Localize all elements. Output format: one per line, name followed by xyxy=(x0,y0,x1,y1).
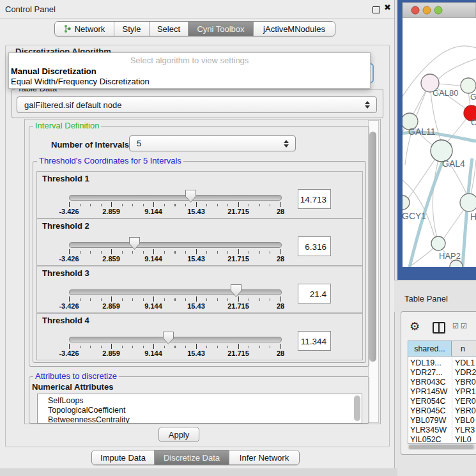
label-gal80: GAL80 xyxy=(433,88,458,98)
split-columns-icon[interactable] xyxy=(433,322,445,334)
menu-item-equal-width-frequency[interactable]: Equal Width/Frequency Discretization xyxy=(11,77,150,86)
table-cell[interactable]: YLR3 xyxy=(455,426,475,435)
column-header-name[interactable]: n xyxy=(452,341,476,357)
scale-label: 21.715 xyxy=(227,349,249,357)
threshold-2-slider-track[interactable] xyxy=(69,242,282,248)
attributes-group-label: Attributes to discretize xyxy=(33,372,119,380)
window-bottom-margin xyxy=(0,468,397,476)
threshold-4-slider-track[interactable] xyxy=(69,337,282,342)
threshold-3-value-field[interactable]: 21.4 xyxy=(298,284,331,303)
tab-network-label: Network xyxy=(75,24,105,34)
close-icon[interactable]: ✖ xyxy=(384,3,391,12)
table-data-combobox[interactable]: galFiltered.sif default node xyxy=(17,96,377,113)
label-c-cut: C xyxy=(471,118,476,127)
threshold-4-value-field[interactable]: 11.344 xyxy=(298,331,331,351)
threshold-4-slider-thumb[interactable] xyxy=(163,332,174,344)
stepper-arrows-icon xyxy=(365,100,371,109)
list-item-topologicalcoefficient[interactable]: TopologicalCoefficient xyxy=(48,406,125,415)
menu-item-manual-discretization[interactable]: Manual Discretization xyxy=(11,66,96,76)
tab-select[interactable]: Select xyxy=(149,22,188,36)
threshold-3-panel: Threshold 3 -3.426 2.859 9.144 15.43 21.… xyxy=(36,266,363,313)
table-cell[interactable]: YIL0 xyxy=(455,435,472,442)
scale-label: -3.426 xyxy=(59,255,79,263)
node-hap2[interactable] xyxy=(431,236,445,250)
tab-infer-network[interactable]: Infer Network xyxy=(229,450,299,464)
list-item-selfloops[interactable]: SelfLoops xyxy=(48,396,84,406)
table-row[interactable]: YBL079W xyxy=(410,416,446,426)
label-gal4: GAL4 xyxy=(442,158,465,169)
tab-discretize-label: Discretize Data xyxy=(164,453,220,463)
table-row[interactable]: YER054C xyxy=(410,397,446,406)
table-row[interactable]: YBR045C xyxy=(410,406,446,416)
tab-cyni-toolbox[interactable]: Cyni Toolbox xyxy=(188,22,253,36)
tab-impute-label: Impute Data xyxy=(100,453,146,463)
minimize-traffic-light[interactable] xyxy=(423,6,431,14)
list-item-betweennesscentrality[interactable]: BetweennessCentrality xyxy=(48,415,130,424)
scale-label: 15.43 xyxy=(187,255,205,263)
table-row[interactable]: YBR043C xyxy=(410,378,446,387)
threshold-3-slider-track[interactable] xyxy=(69,289,282,295)
select-columns-icon[interactable]: ☑ xyxy=(452,322,459,330)
threshold-1-value-field[interactable]: 14.713 xyxy=(298,189,331,209)
close-traffic-light[interactable] xyxy=(411,6,419,14)
table-data-combobox-value: galFiltered.sif default node xyxy=(24,100,121,110)
scale-label: 21.715 xyxy=(227,302,249,310)
tab-style[interactable]: Style xyxy=(114,22,149,36)
scale-label: 15.43 xyxy=(187,349,205,357)
tab-impute-data[interactable]: Impute Data xyxy=(92,450,154,464)
table-row[interactable]: YIL052C xyxy=(410,435,441,442)
control-panel-tabbar: Network Style Select Cyni Toolbox jActiv… xyxy=(54,21,335,36)
table-row[interactable]: YPR145W xyxy=(410,387,447,397)
scale-label: 9.144 xyxy=(144,208,162,215)
cyni-mode-tabbar: Impute Data Discretize Data Infer Networ… xyxy=(91,450,300,465)
scale-label: 2.859 xyxy=(102,302,120,310)
threshold-2-tick-marks xyxy=(69,249,281,255)
tab-cyni-label: Cyni Toolbox xyxy=(197,24,244,34)
number-of-intervals-combobox[interactable]: 5 xyxy=(129,135,296,151)
thresholds-group-label: Threshold's Coordinates for 5 Intervals xyxy=(37,157,183,165)
apply-button[interactable]: Apply xyxy=(158,427,199,442)
tab-network[interactable]: Network xyxy=(55,22,114,36)
zoom-traffic-light[interactable] xyxy=(434,6,442,14)
vertical-scrollbar-thumb[interactable] xyxy=(369,132,376,362)
label-gcy1: GCY1 xyxy=(402,211,426,221)
threshold-1-slider-track[interactable] xyxy=(69,195,282,201)
scale-label: 28 xyxy=(277,255,284,263)
threshold-4-panel: Threshold 4 -3.426 2.859 9.144 15.43 21.… xyxy=(36,313,363,360)
table-cell[interactable]: YBL0 xyxy=(455,416,475,426)
threshold-1-slider-thumb[interactable] xyxy=(185,190,196,203)
table-cell[interactable]: YBR0 xyxy=(455,378,476,387)
table-cell[interactable]: YPR1 xyxy=(455,387,476,397)
scale-label: 28 xyxy=(277,349,284,357)
number-of-intervals-label: Number of Intervals xyxy=(51,140,129,150)
threshold-4-label: Threshold 4 xyxy=(42,316,89,325)
label-ga-cut: GA xyxy=(470,92,476,102)
gear-icon[interactable]: ⚙ xyxy=(410,319,420,333)
threshold-3-slider-thumb[interactable] xyxy=(231,284,242,297)
scale-label: 2.859 xyxy=(102,349,120,357)
table-cell[interactable]: YDR2 xyxy=(455,368,476,378)
list-scrollbar-thumb[interactable] xyxy=(354,395,360,421)
column-header-shared[interactable]: shared... xyxy=(408,341,452,357)
node-h[interactable] xyxy=(460,194,476,211)
table-row[interactable]: YDR27... xyxy=(410,368,443,378)
network-view-window[interactable]: GAL80 GA C GAL11 GAL4 GCY1 H HAP2 xyxy=(397,0,476,280)
table-cell[interactable]: YDL1 xyxy=(455,358,475,368)
node-top-right[interactable] xyxy=(461,78,476,93)
select-columns-icon-2[interactable]: ☑ xyxy=(461,322,467,330)
tab-discretize-data[interactable]: Discretize Data xyxy=(154,450,229,464)
horizontal-scrollbar-thumb[interactable] xyxy=(409,445,473,449)
table-row[interactable]: YLR345W xyxy=(410,426,447,435)
threshold-2-value-field[interactable]: 6.316 xyxy=(298,236,331,256)
table-cell[interactable]: YBR0 xyxy=(455,406,476,416)
table-cell[interactable]: YER0 xyxy=(455,397,476,406)
tab-jactivemnodules[interactable]: jActiveMNodules xyxy=(253,22,335,36)
tab-jactive-label: jActiveMNodules xyxy=(263,24,325,34)
float-window-icon[interactable] xyxy=(372,6,380,13)
numerical-attributes-list: SelfLoops TopologicalCoefficient Between… xyxy=(37,394,362,424)
threshold-3-label: Threshold 3 xyxy=(42,268,89,278)
table-row[interactable]: YDL19... xyxy=(410,358,441,368)
scale-label: 2.859 xyxy=(102,255,120,263)
algorithm-hint-item: Select algorithm to view settings xyxy=(9,56,370,65)
threshold-2-slider-thumb[interactable] xyxy=(129,237,140,250)
